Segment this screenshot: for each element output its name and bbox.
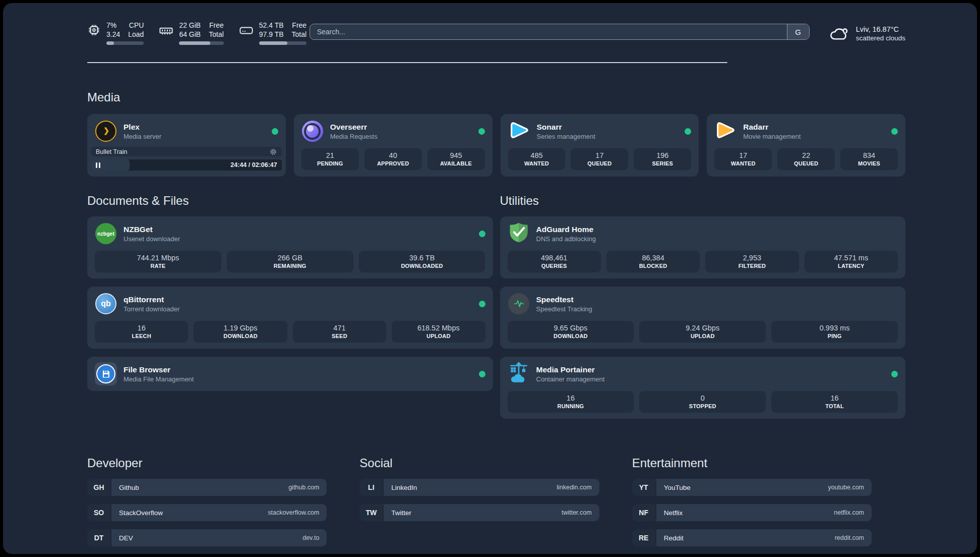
stat-value: 21	[303, 151, 357, 159]
bookmark-abbr: TW	[359, 504, 383, 521]
stat-tile: 39.6 TB DOWNLOADED	[359, 251, 485, 272]
service-name: Radarr	[743, 123, 801, 132]
service-card-filebrowser[interactable]: File Browser Media File Management	[87, 357, 493, 391]
service-stats: 9.65 Gbps DOWNLOAD 9.24 Gbps UPLOAD 0.99…	[508, 321, 898, 343]
free-label: Free	[209, 21, 224, 30]
service-description: Movie management	[743, 133, 801, 140]
dashboard-page: 7% 3.24 CPU Load	[3, 3, 977, 554]
bookmark-linkedin[interactable]: LI LinkedIn linkedin.com	[359, 479, 599, 496]
search-provider-button[interactable]: G	[787, 24, 809, 39]
service-name: Plex	[124, 123, 161, 132]
stat-value: 40	[366, 151, 420, 159]
adguard-icon	[508, 221, 530, 246]
service-description: Usenet downloader	[124, 235, 180, 243]
header: 7% 3.24 CPU Load	[87, 21, 905, 45]
stat-value: 744.21 Mbps	[97, 254, 219, 262]
service-card-plex[interactable]: Plex Media server Bullet Train	[87, 114, 286, 177]
search-input[interactable]	[310, 24, 787, 39]
bookmark-domain: youtube.com	[828, 484, 864, 491]
search-bar: G	[310, 24, 810, 40]
stat-value: 2,953	[707, 254, 797, 262]
bookmark-domain: twitter.com	[562, 509, 592, 516]
stat-label: LEECH	[97, 333, 186, 339]
service-stats: 21 PENDING 40 APPROVED 945 AVAILABLE	[301, 148, 485, 170]
section-title-social: Social	[359, 456, 599, 470]
total-label: Total	[292, 30, 307, 39]
cloud-icon	[828, 22, 849, 45]
speedtest-icon	[508, 293, 529, 314]
header-divider	[87, 62, 727, 63]
bookmark-reddit[interactable]: RE Reddit reddit.com	[632, 529, 872, 546]
stat-label: QUEUED	[573, 160, 626, 166]
bookmark-github[interactable]: GH Github github.com	[87, 479, 327, 496]
status-online-dot	[479, 371, 485, 377]
stat-tile: 471 SEED	[293, 321, 386, 343]
service-card-portainer[interactable]: Media Portainer Container management 16 …	[500, 357, 906, 419]
stat-tile: 1.19 Gbps DOWNLOAD	[194, 321, 287, 343]
stat-tile: 21 PENDING	[301, 148, 359, 170]
service-card-sonarr[interactable]: Sonarr Series management 485 WANTED 17 Q…	[501, 114, 699, 177]
service-card-overseerr[interactable]: Overseerr Media Requests 21 PENDING 40 A…	[294, 114, 493, 177]
playback-progress-bar[interactable]: 24:44 / 02:06:47	[91, 159, 282, 171]
section-title-developer: Developer	[87, 456, 327, 470]
bookmark-dev[interactable]: DT DEV dev.to	[87, 529, 327, 546]
playback-progress-fill	[91, 159, 130, 171]
bookmark-domain: netflix.com	[834, 509, 864, 516]
bookmarks: Developer GH Github github.com SO StackO…	[87, 456, 872, 554]
bookmark-abbr: SO	[87, 504, 110, 521]
settings-icon[interactable]	[269, 148, 277, 156]
bookmark-twitter[interactable]: TW Twitter twitter.com	[359, 504, 599, 521]
service-card-adguard[interactable]: AdGuard Home DNS and adblocking 498,461 …	[500, 216, 906, 278]
qbittorrent-icon: qb	[95, 293, 116, 314]
stat-label: DOWNLOADED	[361, 263, 483, 269]
stat-value: 0	[641, 394, 764, 402]
bookmark-name: StackOverflow	[119, 509, 163, 517]
stat-label: RUNNING	[510, 403, 632, 409]
service-card-qbittorrent[interactable]: qb qBittorrent Torrent downloader 16 LEE…	[87, 287, 493, 349]
stat-label: UPLOAD	[641, 333, 764, 339]
stat-tile: 945 AVAILABLE	[427, 148, 485, 170]
stat-value: 86,384	[608, 254, 698, 262]
status-online-dot	[685, 128, 691, 135]
stat-value: 9.65 Gbps	[510, 324, 632, 332]
service-card-nzbget[interactable]: nzbget NZBGet Usenet downloader 744.21 M…	[87, 216, 493, 278]
status-online-dot	[479, 301, 485, 307]
stat-value: 22	[779, 151, 833, 159]
disk-progress-fill	[259, 41, 288, 45]
disk-widget: 52.4 TB 97.9 TB Free Total	[239, 21, 307, 45]
status-online-dot	[272, 128, 278, 135]
section-title-utilities: Utilities	[500, 194, 906, 208]
bookmark-group-social: Social LI LinkedIn linkedin.com TW Twitt…	[359, 456, 599, 529]
stat-label: QUEUED	[779, 160, 833, 166]
weather-condition: scattered clouds	[856, 34, 905, 43]
sonarr-icon	[508, 119, 531, 144]
stat-label: FILTERED	[707, 263, 797, 269]
resource-widgets: 7% 3.24 CPU Load	[87, 21, 307, 45]
filebrowser-icon	[95, 362, 117, 385]
cpu-widget: 7% 3.24 CPU Load	[87, 21, 144, 45]
bookmark-group-entertainment: Entertainment YT YouTube youtube.com NF …	[632, 456, 872, 554]
stat-value: 834	[842, 151, 896, 159]
memory-widget: 22 GiB 64 GiB Free Total	[159, 21, 223, 45]
stat-value: 39.6 TB	[361, 254, 483, 262]
bookmark-stackoverflow[interactable]: SO StackOverflow stackoverflow.com	[87, 504, 327, 521]
service-card-speedtest[interactable]: Speedtest Speedtest Tracking 9.65 Gbps D…	[500, 287, 906, 349]
stat-tile: 9.24 Gbps UPLOAD	[639, 321, 766, 343]
service-name: File Browser	[124, 365, 194, 374]
stat-label: LATENCY	[807, 263, 896, 269]
bookmark-name: Reddit	[664, 534, 684, 542]
portainer-icon	[507, 361, 530, 386]
bookmark-netflix[interactable]: NF Netflix netflix.com	[632, 504, 872, 521]
now-playing-row: Bullet Train	[91, 147, 282, 156]
stat-value: 1.19 Gbps	[196, 324, 285, 332]
service-name: Media Portainer	[536, 365, 605, 374]
weather-location-temperature: Lviv, 16.87°C	[856, 25, 905, 34]
memory-progress-fill	[179, 41, 210, 45]
cpu-usage-value: 7%	[106, 21, 120, 30]
overseerr-icon	[302, 121, 323, 142]
service-card-radarr[interactable]: Radarr Movie management 17 WANTED 22 QUE…	[707, 114, 905, 177]
pause-icon[interactable]	[96, 162, 100, 168]
bookmark-youtube[interactable]: YT YouTube youtube.com	[632, 479, 872, 496]
service-name: qBittorrent	[124, 295, 179, 304]
stat-tile: 40 APPROVED	[364, 148, 422, 170]
